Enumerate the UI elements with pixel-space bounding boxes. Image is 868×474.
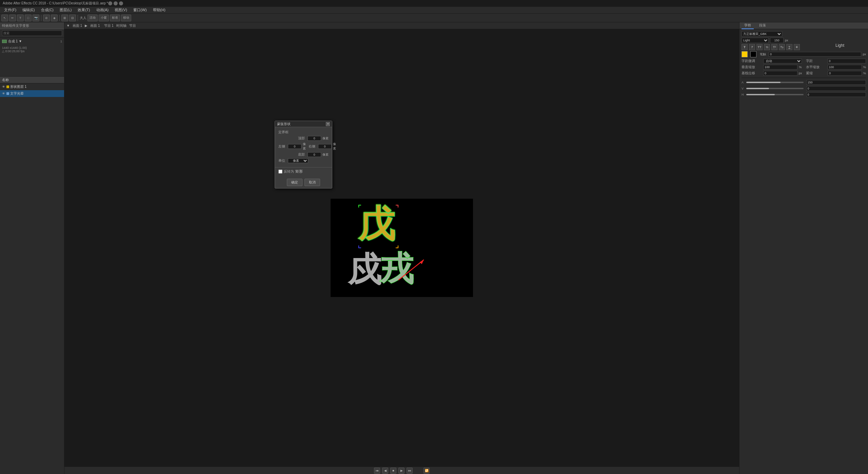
slider2-fill xyxy=(746,88,769,89)
preview-comp-tab[interactable]: 画面 1 xyxy=(90,23,100,28)
toolbar-select[interactable]: ↖ xyxy=(1,15,8,21)
vscale-input[interactable] xyxy=(763,65,797,70)
hscale-input[interactable] xyxy=(828,65,862,70)
slider1-icon: A xyxy=(742,81,745,84)
font-size-input[interactable] xyxy=(770,38,784,43)
font-unit: px xyxy=(785,39,788,42)
hscale-label: 水平缩放 xyxy=(806,65,826,70)
red-arrow-svg xyxy=(393,258,427,285)
app-title: Adobe After Effects CC 2018 - C:\Users\P… xyxy=(3,1,108,6)
menu-edit[interactable]: 编辑(E) xyxy=(20,7,38,13)
comp1-num: 1 xyxy=(60,40,62,43)
dialog-lr-row: 左侧 像素 右侧 像素 xyxy=(278,142,329,151)
menu-anim[interactable]: 动画(A) xyxy=(94,7,112,13)
toolbar-pen[interactable]: ✏ xyxy=(9,15,16,21)
mask-shape-dialog: 蒙版形状 ✕ 定界框 顶部 像素 左侧 像素 xyxy=(275,121,332,189)
tsume-unit: % xyxy=(863,72,866,75)
stroke-unit: px xyxy=(863,53,866,56)
layer-row-1[interactable]: 👁 形状图层 1 xyxy=(0,83,64,90)
menu-effect[interactable]: 效果(T) xyxy=(75,7,93,13)
preview-end-btn[interactable]: ⏭ xyxy=(407,468,413,474)
toolbar-mode1[interactable]: 活动 xyxy=(87,15,98,21)
slider2-input[interactable] xyxy=(806,86,866,91)
menu-help[interactable]: 帮助(H) xyxy=(150,7,168,13)
kerning-select[interactable]: 自动 xyxy=(763,59,802,63)
font-style-select[interactable]: Light xyxy=(742,38,769,43)
text-italic-btn[interactable]: T xyxy=(749,44,755,50)
dialog-top-unit: 像素 xyxy=(322,136,329,141)
dialog-right-input[interactable] xyxy=(318,144,332,149)
menu-layer[interactable]: 图层(L) xyxy=(57,7,74,13)
layer-row-2[interactable]: 👁 文字光晕 xyxy=(0,90,64,97)
toolbar-mode4[interactable]: 移动 xyxy=(121,15,131,21)
text-bold-btn[interactable]: T xyxy=(742,44,748,50)
toolbar-mode2[interactable]: 小窗 xyxy=(99,15,109,21)
slider3-track[interactable] xyxy=(746,94,804,95)
preview-loop-btn[interactable]: 🔁 xyxy=(423,468,430,474)
comp-viewport: 戊 戊 戍 戎 xyxy=(331,199,473,297)
layer1-eye[interactable]: 👁 xyxy=(1,85,5,88)
minimize-button[interactable] xyxy=(108,1,112,5)
close-button[interactable] xyxy=(119,1,123,5)
preview-stop-btn[interactable]: ■ xyxy=(390,468,396,474)
toolbar-text[interactable]: T xyxy=(17,15,24,21)
toolbar-camera[interactable]: 📷 xyxy=(33,15,39,21)
preview-header: ▼ 画面 1 ▶ 画面 1 节目 1 时间轴 节目 xyxy=(64,22,739,29)
toolbar-mask[interactable]: ⊘ xyxy=(43,15,50,21)
dialog-cancel-button[interactable]: 取消 xyxy=(304,179,320,186)
tab-character[interactable]: 字符 xyxy=(742,22,754,29)
menu-comp[interactable]: 合成(C) xyxy=(38,7,56,13)
preview-prev-btn[interactable]: ◀ xyxy=(382,468,388,474)
text-underline-btn[interactable]: T xyxy=(786,44,792,50)
text-super-btn[interactable]: T² xyxy=(771,44,777,50)
preview-next-btn[interactable]: ▶ xyxy=(398,468,405,474)
toolbar-grid[interactable]: ⊟ xyxy=(69,15,76,21)
toolbar-mode3[interactable]: 标准 xyxy=(110,15,120,21)
toolbar-feather[interactable]: ◈ xyxy=(51,15,58,21)
dialog-confirm-button[interactable]: 确定 xyxy=(287,179,302,186)
tab-paragraph[interactable]: 段落 xyxy=(756,22,769,29)
stroke-width-input[interactable] xyxy=(769,52,861,57)
project-search-input[interactable] xyxy=(2,31,62,36)
menu-window[interactable]: 窗口(W) xyxy=(131,7,150,13)
dialog-unit-select[interactable]: 像素 xyxy=(288,158,308,163)
guide-tr xyxy=(396,205,398,208)
slider-row-1: A xyxy=(742,80,866,85)
baseline-input[interactable] xyxy=(763,71,797,76)
text-strike-btn[interactable]: T xyxy=(794,44,800,50)
text-allcaps-btn[interactable]: TT xyxy=(756,44,763,50)
preview-play-btn[interactable]: ⏮ xyxy=(374,468,380,474)
project-panel-header: 特效组件文字变形 xyxy=(0,22,64,29)
baseline-label: 基线位移 xyxy=(742,71,762,76)
slider1-track[interactable] xyxy=(746,82,804,83)
scale-row: 垂直缩放 % 水平缩放 % xyxy=(742,65,866,70)
font-style-row: Light px xyxy=(742,38,866,43)
font-family-row: 方正标雅宋_GBK xyxy=(742,31,866,37)
slider2-track[interactable] xyxy=(746,88,804,89)
stroke-color-swatch[interactable] xyxy=(750,51,756,57)
slider1-input[interactable] xyxy=(806,80,866,85)
layer2-eye[interactable]: 👁 xyxy=(1,92,5,95)
project-panel: 特效组件文字变形 合成 1 ▼ 1 1440 x1440 (1.00) △ 0:… xyxy=(0,22,64,77)
toolbar-snap[interactable]: ⊞ xyxy=(61,15,68,21)
fill-color-swatch[interactable] xyxy=(742,51,748,57)
project-item-comp1[interactable]: 合成 1 ▼ 1 xyxy=(0,38,64,45)
tracking-input[interactable] xyxy=(828,59,866,63)
toolbar-shape[interactable]: □ xyxy=(25,15,32,21)
maximize-button[interactable] xyxy=(114,1,118,5)
slider3-input[interactable] xyxy=(806,92,866,97)
menu-file[interactable]: 文件(F) xyxy=(1,7,19,13)
tsume-input[interactable] xyxy=(828,71,862,76)
font-family-select[interactable]: 方正标雅宋_GBK xyxy=(742,31,782,37)
dialog-close-button[interactable]: ✕ xyxy=(326,122,330,126)
dialog-left-input[interactable] xyxy=(288,144,301,149)
menu-view[interactable]: 视图(V) xyxy=(112,7,130,13)
dialog-top-input[interactable] xyxy=(308,136,321,141)
dialog-bottom-input[interactable] xyxy=(308,152,321,157)
comp-info: 1440 x1440 (1.00) △ 0:00:25;00 fps xyxy=(0,45,64,54)
text-smallcaps-btn[interactable]: Tt xyxy=(764,44,770,50)
tracking-label: 字距微调 xyxy=(742,59,762,63)
dialog-invert-checkbox[interactable] xyxy=(278,170,282,174)
text-sub-btn[interactable]: T₂ xyxy=(779,44,785,50)
center-area: ▼ 画面 1 ▶ 画面 1 节目 1 时间轴 节目 戊 戊 戍 戎 xyxy=(64,22,739,474)
